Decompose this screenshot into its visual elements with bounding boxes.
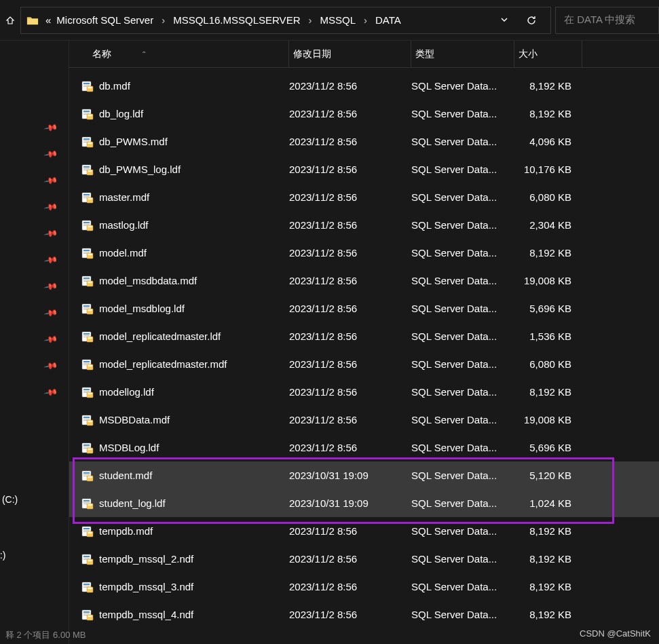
file-row[interactable]: db_PWMS_log.ldf 2023/11/2 8:56 SQL Serve… bbox=[69, 155, 659, 183]
file-name: db_PWMS_log.ldf bbox=[99, 164, 181, 175]
file-name: MSDBLog.ldf bbox=[99, 442, 159, 453]
database-file-icon bbox=[81, 164, 94, 176]
header-size[interactable]: 大小 bbox=[514, 41, 582, 67]
pin-icon[interactable]: 📌 bbox=[43, 173, 58, 187]
file-row[interactable]: model_replicatedmaster.mdf 2023/11/2 8:5… bbox=[69, 350, 659, 378]
file-size: 8,192 KB bbox=[516, 553, 584, 565]
file-row[interactable]: db_log.ldf 2023/11/2 8:56 SQL Server Dat… bbox=[69, 100, 659, 128]
chevron-down-icon[interactable] bbox=[496, 15, 512, 26]
file-row[interactable]: model_replicatedmaster.ldf 2023/11/2 8:5… bbox=[69, 322, 659, 350]
file-row[interactable]: tempdb_mssql_2.ndf 2023/11/2 8:56 SQL Se… bbox=[69, 545, 659, 573]
database-file-icon bbox=[81, 386, 94, 398]
breadcrumb-item[interactable]: MSSQL bbox=[318, 13, 357, 27]
svg-point-17 bbox=[88, 142, 92, 143]
svg-rect-38 bbox=[83, 252, 90, 252]
database-file-icon bbox=[81, 275, 94, 287]
file-name: student_log.ldf bbox=[99, 497, 166, 509]
svg-point-83 bbox=[88, 448, 92, 449]
file-size: 8,192 KB bbox=[516, 525, 584, 537]
pin-icon[interactable]: 📌 bbox=[43, 332, 58, 346]
nav-up-button[interactable] bbox=[0, 7, 20, 34]
file-size: 8,192 KB bbox=[516, 581, 584, 592]
pin-icon[interactable]: 📌 bbox=[43, 279, 58, 293]
search-input[interactable]: 在 DATA 中搜索 bbox=[555, 7, 659, 34]
file-row[interactable]: master.mdf 2023/11/2 8:56 SQL Server Dat… bbox=[69, 183, 659, 211]
pin-icon[interactable]: 📌 bbox=[43, 147, 58, 161]
svg-point-53 bbox=[88, 309, 92, 310]
file-pane: 名称 ⌃ 修改日期 类型 大小 db.mdf 2023/11/2 8:56 SQ… bbox=[69, 41, 659, 644]
file-row[interactable]: model_msdblog.ldf 2023/11/2 8:56 SQL Ser… bbox=[69, 295, 659, 322]
breadcrumb-bar[interactable]: « Microsoft SQL Server › MSSQL16.MSSQLSE… bbox=[20, 7, 551, 34]
pin-icon[interactable]: 📌 bbox=[43, 120, 58, 134]
file-date: 2023/11/2 8:56 bbox=[289, 108, 411, 119]
svg-rect-74 bbox=[83, 419, 90, 419]
file-date: 2023/11/2 8:56 bbox=[289, 553, 411, 565]
svg-rect-7 bbox=[83, 111, 90, 112]
svg-rect-109 bbox=[83, 584, 90, 585]
file-name: tempdb_mssql_2.ndf bbox=[99, 553, 193, 565]
svg-rect-104 bbox=[83, 558, 90, 558]
file-date: 2023/11/2 8:56 bbox=[289, 80, 411, 92]
svg-point-101 bbox=[88, 531, 92, 533]
header-date[interactable]: 修改日期 bbox=[289, 41, 411, 67]
svg-rect-19 bbox=[83, 166, 90, 168]
pin-icon[interactable]: 📌 bbox=[43, 358, 58, 373]
svg-rect-68 bbox=[83, 391, 90, 392]
pin-icon[interactable]: 📌 bbox=[43, 385, 58, 399]
toolbar: « Microsoft SQL Server › MSSQL16.MSSQLSE… bbox=[0, 0, 659, 41]
svg-point-119 bbox=[88, 615, 92, 616]
file-name: model_msdblog.ldf bbox=[99, 303, 185, 314]
file-row[interactable]: MSDBData.mdf 2023/11/2 8:56 SQL Server D… bbox=[69, 406, 659, 434]
sidebar-drive-c[interactable]: s (C:) bbox=[0, 494, 18, 505]
refresh-button[interactable] bbox=[518, 15, 545, 26]
file-row[interactable]: MSDBLog.ldf 2023/11/2 8:56 SQL Server Da… bbox=[69, 434, 659, 461]
breadcrumb-item[interactable]: Microsoft SQL Server bbox=[55, 13, 155, 27]
sidebar-partial[interactable]: 0:) bbox=[0, 550, 5, 561]
chevron-right-icon[interactable]: › bbox=[360, 14, 371, 26]
file-name: model.mdf bbox=[99, 247, 147, 259]
file-type: SQL Server Data... bbox=[411, 609, 516, 620]
database-file-icon bbox=[81, 497, 94, 510]
file-row[interactable]: tempdb_mssql_4.ndf 2023/11/2 8:56 SQL Se… bbox=[69, 601, 659, 628]
chevron-right-icon[interactable]: › bbox=[157, 14, 169, 26]
svg-rect-110 bbox=[83, 586, 90, 586]
file-name: modellog.ldf bbox=[99, 386, 154, 398]
breadcrumb-item[interactable]: MSSQL16.MSSQLSERVER bbox=[172, 13, 301, 27]
file-type: SQL Server Data... bbox=[411, 164, 516, 175]
breadcrumb-item[interactable]: DATA bbox=[374, 13, 402, 27]
file-row[interactable]: tempdb_mssql_3.ndf 2023/11/2 8:56 SQL Se… bbox=[69, 573, 659, 601]
pin-icon[interactable]: 📌 bbox=[43, 226, 58, 240]
file-row[interactable]: student_log.ldf 2023/10/31 19:09 SQL Ser… bbox=[69, 489, 659, 517]
breadcrumb-prefix[interactable]: « bbox=[44, 13, 52, 27]
pin-icon[interactable]: 📌 bbox=[43, 252, 58, 267]
file-row[interactable]: db_PWMS.mdf 2023/11/2 8:56 SQL Server Da… bbox=[69, 128, 659, 155]
svg-rect-25 bbox=[83, 194, 90, 195]
file-type: SQL Server Data... bbox=[411, 108, 516, 119]
file-date: 2023/11/2 8:56 bbox=[289, 414, 411, 425]
chevron-right-icon[interactable]: › bbox=[304, 14, 316, 26]
file-row[interactable]: modellog.ldf 2023/11/2 8:56 SQL Server D… bbox=[69, 378, 659, 406]
file-type: SQL Server Data... bbox=[411, 581, 516, 592]
file-row[interactable]: mastlog.ldf 2023/11/2 8:56 SQL Server Da… bbox=[69, 211, 659, 239]
svg-rect-103 bbox=[83, 556, 90, 557]
file-name: student.mdf bbox=[99, 470, 152, 481]
file-row[interactable]: model_msdbdata.mdf 2023/11/2 8:56 SQL Se… bbox=[69, 267, 659, 295]
file-date: 2023/11/2 8:56 bbox=[289, 136, 411, 147]
file-row[interactable]: tempdb.mdf 2023/11/2 8:56 SQL Server Dat… bbox=[69, 517, 659, 545]
svg-rect-32 bbox=[83, 224, 90, 225]
file-size: 6,080 KB bbox=[516, 358, 584, 370]
file-row[interactable]: model.mdf 2023/11/2 8:56 SQL Server Data… bbox=[69, 239, 659, 267]
file-date: 2023/11/2 8:56 bbox=[289, 581, 411, 592]
header-name[interactable]: 名称 ⌃ bbox=[88, 41, 289, 67]
file-size: 6,080 KB bbox=[516, 191, 584, 203]
pin-icon[interactable]: 📌 bbox=[43, 200, 58, 214]
database-file-icon bbox=[81, 80, 94, 92]
file-date: 2023/11/2 8:56 bbox=[289, 442, 411, 453]
file-row[interactable]: student.mdf 2023/10/31 19:09 SQL Server … bbox=[69, 461, 659, 489]
file-type: SQL Server Data... bbox=[411, 275, 516, 286]
file-row[interactable]: db.mdf 2023/11/2 8:56 SQL Server Data...… bbox=[69, 72, 659, 100]
pin-icon[interactable]: 📌 bbox=[43, 305, 58, 320]
header-type[interactable]: 类型 bbox=[411, 41, 514, 67]
svg-point-47 bbox=[88, 281, 92, 282]
svg-rect-50 bbox=[83, 307, 90, 308]
